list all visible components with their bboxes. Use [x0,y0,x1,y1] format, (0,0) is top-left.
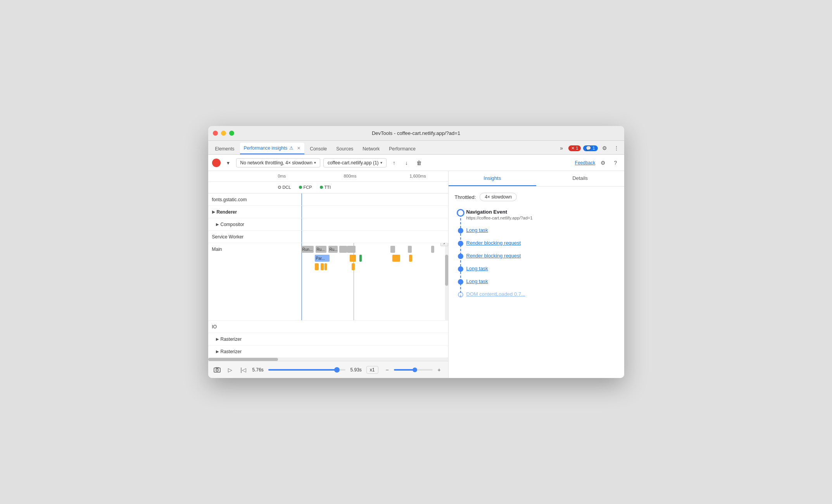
tab-insights[interactable]: Insights [449,171,537,186]
toolbar: ▾ No network throttling, 4× slowdown ▾ c… [208,155,624,171]
renderer-expand-icon[interactable]: ▶ [212,210,215,214]
delete-icon[interactable]: 🗑 [414,158,424,167]
settings-icon[interactable]: ⚙ [600,143,609,153]
task-gray-4[interactable] [339,246,347,253]
task-green-1[interactable] [359,255,362,262]
task-gray-right-3[interactable] [431,246,434,253]
track-content-io [278,321,448,333]
service-worker-text: Service Worker [212,234,244,240]
devtools-window: DevTools - coffee-cart.netlify.app/?ad=1… [208,126,624,378]
timeline-expand-btn[interactable]: › [440,243,448,246]
play-icon[interactable]: ▷ [226,366,235,374]
tab-network[interactable]: Network [359,143,383,154]
tab-sources[interactable]: Sources [332,143,357,154]
task-gray-right-1[interactable] [390,246,395,253]
tab-insights-label: Insights [483,175,501,181]
rasterizer2-expand-icon[interactable]: ▶ [216,349,219,354]
task-gray-right-2[interactable] [408,246,412,253]
tab-elements[interactable]: Elements [211,143,238,154]
screenshot-icon[interactable] [213,366,221,374]
compositor-expand-icon[interactable]: ▶ [216,222,219,226]
minimize-button[interactable] [221,131,226,136]
message-badge[interactable]: 💬 1 [583,145,597,151]
track-label-service-worker: Service Worker [208,231,278,243]
task-orange-mid-1[interactable] [350,255,356,262]
throttling-arrow-icon: ▾ [314,161,316,165]
long-task-3-link[interactable]: Long task [466,278,488,284]
fcp-label: FCP [304,185,312,190]
throttled-label: Throttled: [455,194,476,200]
zoom-slider[interactable] [394,369,433,371]
track-content-service-worker [278,231,448,243]
task-orange-2[interactable] [321,263,324,270]
track-content-rasterizer-2 [278,345,448,357]
more-options-icon[interactable]: ⋮ [612,143,621,153]
track-fonts-gstatic: fonts.gstatic.com [208,193,448,206]
error-badge[interactable]: ✕ 1 [568,145,581,151]
main-blue-line [301,243,302,320]
horizontal-scrollbar[interactable] [208,358,448,361]
dcl-dot [278,186,281,189]
scroll-thumb[interactable] [445,255,448,286]
zoom-in-icon[interactable]: + [435,366,444,374]
dcl-marker: DCL [278,185,291,190]
zoom-control: − + [383,366,444,374]
fcp-dot [299,186,302,189]
render-blocking-2-link[interactable]: Render blocking request [466,253,521,259]
first-frame-icon[interactable]: |◁ [239,366,248,374]
task-run-3[interactable]: Ru... [328,246,338,253]
page-dropdown[interactable]: coffee-cart.netlify.app (1) ▾ [323,158,387,167]
close-button[interactable] [213,131,218,136]
task-orange-right-1[interactable] [392,255,400,262]
rasterizer1-expand-icon[interactable]: ▶ [216,337,219,341]
traffic-lights [213,131,234,136]
upload-icon[interactable]: ↑ [390,158,399,167]
help-icon[interactable]: ? [611,158,620,167]
more-tabs-icon[interactable]: » [557,143,566,153]
render-blocking-1-link[interactable]: Render blocking request [466,240,521,246]
tab-performance-insights-label: Performance insights [244,145,288,151]
page-arrow-icon: ▾ [380,161,382,165]
record-button[interactable] [212,159,221,167]
feedback-link[interactable]: Feedback [575,160,596,166]
renderer-blue-line [301,206,302,218]
time-marker-0ms: 0ms [278,174,286,178]
task-run-1[interactable]: Run... [301,246,314,253]
record-dropdown-icon[interactable]: ▾ [224,158,233,167]
main-content: 0ms 800ms 1,600ms DCL FCP TTI [208,171,624,378]
zoom-slider-thumb[interactable] [413,368,417,372]
throttling-dropdown[interactable]: No network throttling, 4× slowdown ▾ [236,158,320,167]
tab-console[interactable]: Console [306,143,331,154]
task-orange-1[interactable] [315,263,319,270]
playhead-slider[interactable] [268,369,346,371]
tab-close-icon[interactable]: ✕ [297,146,300,151]
dom-content-link[interactable]: DOM contentLoaded 0.7... [466,291,525,297]
zoom-out-icon[interactable]: − [383,366,392,374]
timeline-markers-row: DCL FCP TTI [208,182,448,193]
right-panel: Insights Details Throttled: 4× slowdown [449,171,624,378]
h-scrollbar-thumb[interactable] [208,358,278,361]
tab-bar-right: » ✕ 1 💬 1 ⚙ ⋮ [557,143,621,154]
maximize-button[interactable] [229,131,234,136]
tab-details[interactable]: Details [536,171,624,186]
zoom-level: x1 [366,366,378,374]
task-orange-3[interactable] [325,263,327,270]
task-gray-mid[interactable] [347,246,352,253]
insight-item-long-task-1: Long task [466,227,618,233]
tracks-area[interactable]: fonts.gstatic.com ▶ Renderer [208,193,448,358]
track-content-renderer [278,206,448,218]
task-orange-mid-2[interactable] [352,263,355,270]
settings2-icon[interactable]: ⚙ [599,158,608,167]
tti-label: TTI [325,185,331,190]
tab-performance[interactable]: Performance [385,143,419,154]
task-run-2[interactable]: Ru... [316,246,326,253]
insights-content: Throttled: 4× slowdown Navigation Event … [449,186,624,378]
task-orange-right-2[interactable] [409,255,412,262]
long-task-1-link[interactable]: Long task [466,227,488,233]
long-task-2-link[interactable]: Long task [466,266,488,271]
task-par[interactable]: Par... [315,255,330,262]
download-icon[interactable]: ↓ [402,158,411,167]
playhead-thumb[interactable] [334,367,340,373]
tab-elements-label: Elements [215,146,235,152]
tab-performance-insights[interactable]: Performance insights ⚠ ✕ [240,143,305,154]
